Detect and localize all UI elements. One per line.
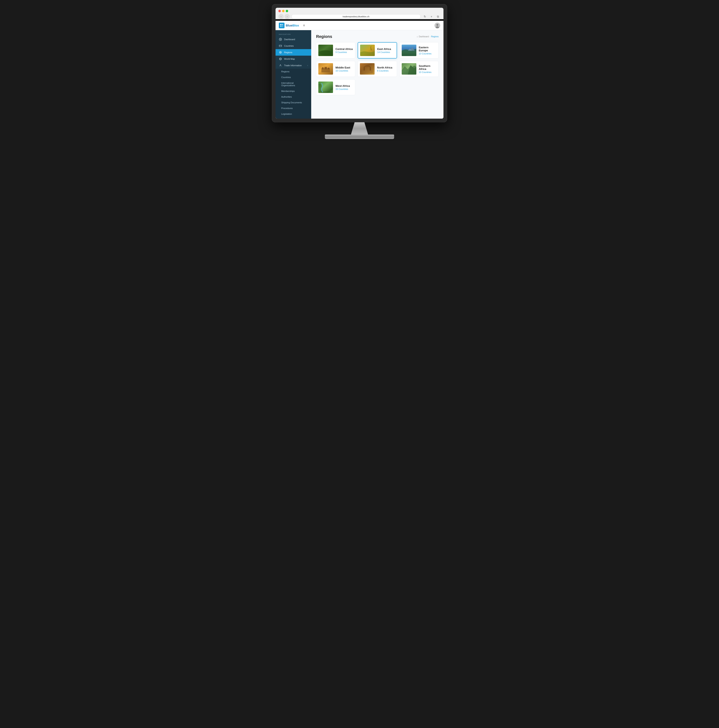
countries-icon (279, 44, 282, 47)
sidebar-sub-intl-orgs[interactable]: International Organizations (275, 80, 311, 88)
region-info-southern-africa: Southern Africa 10 Countries (419, 64, 436, 73)
sidebar-item-trade-information[interactable]: Trade Information › (275, 62, 311, 69)
sidebar-item-countries[interactable]: Countries (275, 43, 311, 49)
svg-rect-1 (282, 24, 283, 25)
monitor-bezel: ‹ › traderepository.blueblox.ch ↻ + ⧉ (275, 8, 444, 119)
hamburger-button[interactable]: ≡ (301, 23, 306, 28)
region-card-west-africa[interactable]: West Africa 15 Countries (316, 79, 355, 95)
region-count-southern-africa: 10 Countries (419, 71, 436, 73)
forward-button[interactable]: › (285, 14, 290, 19)
traffic-light-close[interactable] (278, 10, 281, 12)
svg-rect-9 (279, 45, 281, 47)
sidebar-sub-authorities[interactable]: Authorities (275, 94, 311, 99)
svg-point-12 (280, 52, 281, 53)
region-info-middle-east: Middle East 16 Countries (335, 66, 353, 72)
windows-button[interactable]: ⧉ (435, 14, 441, 19)
app-window: BlueBlox ≡ (275, 21, 444, 119)
main-content: Regions ⌂ Dashboard › Regions (311, 30, 444, 119)
region-card-southern-africa[interactable]: Southern Africa 10 Countries (399, 61, 439, 77)
sidebar-sub-countries[interactable]: Countries (275, 74, 311, 80)
region-thumb-north-africa (360, 63, 375, 75)
region-card-east-africa[interactable]: East Africa 14 Countries (358, 42, 397, 58)
sidebar: NAVIGATION Dashboard (275, 30, 311, 119)
page-title: Regions (316, 34, 332, 39)
sidebar-sub-legislation[interactable]: Legislation (275, 111, 311, 117)
app-main: NAVIGATION Dashboard (275, 30, 444, 119)
region-count-central-africa: 9 Countries (335, 51, 353, 54)
region-name-west-africa: West Africa (335, 84, 353, 87)
svg-rect-29 (370, 67, 371, 70)
region-thumb-middle-east (318, 63, 333, 75)
region-name-eastern-europe: Eastern Europe (419, 46, 436, 52)
breadcrumb-dashboard[interactable]: Dashboard (419, 35, 429, 38)
region-card-central-africa[interactable]: Central Africa 9 Countries (316, 42, 355, 58)
trade-chevron-icon: › (307, 64, 308, 67)
svg-rect-3 (282, 26, 283, 27)
page-header: Regions ⌂ Dashboard › Regions (316, 34, 439, 39)
region-thumb-central-africa (318, 44, 333, 56)
region-info-east-africa: East Africa 14 Countries (377, 47, 394, 54)
address-bar[interactable]: traderepository.blueblox.ch (291, 14, 421, 19)
svg-rect-2 (280, 26, 281, 27)
browser-action-buttons: ↻ + ⧉ (422, 14, 441, 19)
new-tab-button[interactable]: + (429, 14, 434, 19)
sidebar-sub-trade-basics[interactable]: Trade Basics (275, 117, 311, 119)
sub-countries-label: Countries (281, 76, 291, 78)
region-thumb-southern-africa (402, 63, 416, 75)
sidebar-worldmap-label: World Map (284, 58, 295, 60)
sidebar-item-dashboard[interactable]: Dashboard (275, 36, 311, 43)
app-header: BlueBlox ≡ (275, 21, 444, 30)
monitor-screen-shell: ‹ › traderepository.blueblox.ch ↻ + ⧉ (272, 4, 447, 122)
refresh-button[interactable]: ↻ (422, 14, 428, 19)
browser-chrome: ‹ › traderepository.blueblox.ch ↻ + ⧉ (275, 8, 444, 19)
region-card-eastern-europe[interactable]: Eastern Europe 13 Countries (399, 42, 439, 58)
svg-point-5 (436, 24, 438, 26)
region-info-north-africa: North Africa 6 Countries (377, 66, 395, 72)
monitor-stand-neck (347, 122, 372, 135)
sidebar-sub-regions[interactable]: Regions (275, 69, 311, 74)
sidebar-item-regions[interactable]: Regions (275, 49, 311, 56)
sidebar-sub-menu: Regions Countries International Organiza… (275, 69, 311, 119)
traffic-light-fullscreen[interactable] (286, 10, 288, 12)
region-name-north-africa: North Africa (377, 66, 395, 69)
sub-procedures-label: Procedures (281, 107, 293, 109)
trade-icon (279, 64, 282, 67)
regions-grid: Central Africa 9 Countries (316, 42, 439, 95)
region-count-eastern-europe: 13 Countries (419, 52, 436, 55)
sidebar-item-world-map[interactable]: World Map (275, 56, 311, 62)
region-name-east-africa: East Africa (377, 47, 394, 50)
browser-traffic-lights (278, 10, 441, 12)
region-count-middle-east: 16 Countries (335, 69, 353, 72)
sidebar-sub-memberships[interactable]: Memberships (275, 88, 311, 94)
region-info-west-africa: West Africa 15 Countries (335, 84, 353, 90)
sub-intl-orgs-label: International Organizations (281, 82, 308, 87)
traffic-light-minimize[interactable] (282, 10, 285, 12)
back-button[interactable]: ‹ (278, 14, 284, 19)
logo-blox-text: Blox (292, 24, 299, 27)
logo-blue-text: Blue (286, 24, 292, 27)
monitor-outer: ‹ › traderepository.blueblox.ch ↻ + ⧉ (272, 4, 447, 139)
sidebar-dashboard-label: Dashboard (284, 38, 295, 41)
world-map-icon (279, 57, 282, 61)
sidebar-regions-label: Regions (284, 51, 292, 54)
breadcrumb-separator: › (430, 35, 430, 38)
sub-trade-basics-label: Trade Basics (281, 118, 294, 119)
sidebar-sub-shipping-docs[interactable]: Shipping Documents (275, 99, 311, 106)
region-count-north-africa: 6 Countries (377, 69, 395, 72)
svg-point-16 (280, 64, 281, 65)
region-count-west-africa: 15 Countries (335, 88, 353, 90)
region-card-north-africa[interactable]: North Africa 6 Countries (358, 61, 397, 77)
sidebar-sub-procedures[interactable]: Procedures (275, 106, 311, 111)
sidebar-nav-label: NAVIGATION (275, 32, 311, 36)
region-info-eastern-europe: Eastern Europe 13 Countries (419, 46, 436, 55)
region-thumb-east-africa (360, 44, 375, 56)
region-info-central-africa: Central Africa 9 Countries (335, 47, 353, 54)
region-count-east-africa: 14 Countries (377, 51, 394, 54)
browser-toolbar: ‹ › traderepository.blueblox.ch ↻ + ⧉ (278, 14, 441, 19)
region-card-middle-east[interactable]: Middle East 16 Countries (316, 61, 355, 77)
browser-nav-buttons: ‹ › (278, 14, 290, 19)
regions-icon (279, 51, 282, 54)
user-avatar[interactable] (434, 23, 440, 28)
sidebar-countries-label: Countries (284, 44, 294, 47)
region-thumb-west-africa (318, 81, 333, 93)
